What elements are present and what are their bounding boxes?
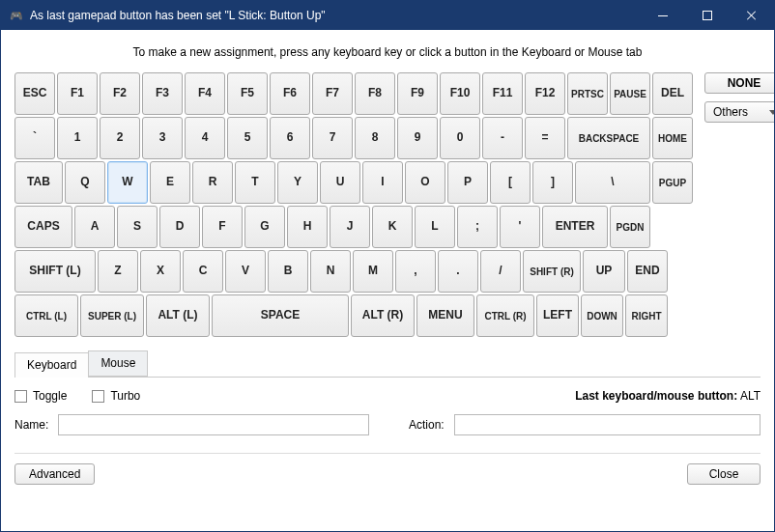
key-f8[interactable]: F8 <box>355 72 395 115</box>
key-p[interactable]: P <box>447 161 488 204</box>
key-o[interactable]: O <box>405 161 445 204</box>
key-space[interactable]: SPACE <box>212 294 349 337</box>
key-v[interactable]: V <box>225 250 266 293</box>
turbo-checkbox[interactable]: Turbo <box>92 389 140 403</box>
key-a[interactable]: A <box>74 206 115 248</box>
key-f3[interactable]: F3 <box>142 72 183 115</box>
others-dropdown[interactable]: Others <box>704 101 775 123</box>
key-h[interactable]: H <box>287 206 328 248</box>
key-down[interactable]: DOWN <box>581 294 623 337</box>
key-pgdn[interactable]: PGDN <box>610 206 650 248</box>
key-3[interactable]: 3 <box>142 117 183 159</box>
key-w[interactable]: W <box>107 161 148 204</box>
key-k[interactable]: K <box>372 206 413 248</box>
key-pgup[interactable]: PGUP <box>652 161 693 204</box>
key-esc[interactable]: ESC <box>14 72 55 115</box>
toggle-checkbox[interactable]: Toggle <box>14 389 67 403</box>
maximize-button[interactable] <box>685 1 730 30</box>
key-alt-l[interactable]: ALT (L) <box>146 294 210 337</box>
key-f1[interactable]: F1 <box>57 72 98 115</box>
key-ctrl-l[interactable]: CTRL (L) <box>14 294 78 337</box>
advanced-button[interactable]: Advanced <box>14 463 95 485</box>
key-7[interactable]: 7 <box>312 117 353 159</box>
key-[interactable]: ` <box>14 117 55 159</box>
key-[interactable]: - <box>482 117 523 159</box>
key-t[interactable]: T <box>235 161 275 204</box>
none-button[interactable]: NONE <box>704 72 775 94</box>
action-label: Action: <box>409 418 445 432</box>
key-f7[interactable]: F7 <box>312 72 353 115</box>
key-s[interactable]: S <box>117 206 158 248</box>
key-c[interactable]: C <box>183 250 223 293</box>
key-y[interactable]: Y <box>277 161 318 204</box>
close-button[interactable]: Close <box>687 463 761 485</box>
key-m[interactable]: M <box>353 250 393 293</box>
key-shift-r[interactable]: SHIFT (R) <box>523 250 581 293</box>
name-input[interactable] <box>58 414 368 435</box>
key-[interactable]: / <box>480 250 521 293</box>
minimize-button[interactable] <box>641 1 685 30</box>
key-f4[interactable]: F4 <box>185 72 225 115</box>
key-del[interactable]: DEL <box>652 72 693 115</box>
key-left[interactable]: LEFT <box>536 294 579 337</box>
tab-keyboard[interactable]: Keyboard <box>14 352 89 378</box>
close-icon <box>746 10 758 21</box>
key-menu[interactable]: MENU <box>416 294 474 337</box>
key-f11[interactable]: F11 <box>482 72 523 115</box>
key-f[interactable]: F <box>202 206 243 248</box>
key-[interactable]: ; <box>457 206 498 248</box>
key-backspace[interactable]: BACKSPACE <box>567 117 650 159</box>
key-g[interactable]: G <box>244 206 285 248</box>
key-[interactable]: . <box>438 250 478 293</box>
key-x[interactable]: X <box>140 250 181 293</box>
key-9[interactable]: 9 <box>397 117 438 159</box>
key-z[interactable]: Z <box>98 250 138 293</box>
key-[interactable]: ] <box>532 161 573 204</box>
key-f10[interactable]: F10 <box>440 72 480 115</box>
key-8[interactable]: 8 <box>355 117 395 159</box>
key-2[interactable]: 2 <box>100 117 140 159</box>
key-home[interactable]: HOME <box>652 117 693 159</box>
key-i[interactable]: I <box>362 161 403 204</box>
key-l[interactable]: L <box>415 206 455 248</box>
key-[interactable]: \ <box>575 161 650 204</box>
key-pause[interactable]: PAUSE <box>610 72 650 115</box>
key-f9[interactable]: F9 <box>397 72 438 115</box>
key-[interactable]: , <box>395 250 436 293</box>
key-f2[interactable]: F2 <box>100 72 140 115</box>
key-f5[interactable]: F5 <box>227 72 268 115</box>
action-input[interactable] <box>454 414 761 435</box>
key-up[interactable]: UP <box>583 250 625 293</box>
key-right[interactable]: RIGHT <box>625 294 668 337</box>
key-1[interactable]: 1 <box>57 117 98 159</box>
key-[interactable]: [ <box>490 161 531 204</box>
key-n[interactable]: N <box>310 250 351 293</box>
key-caps[interactable]: CAPS <box>14 206 72 248</box>
key-u[interactable]: U <box>320 161 360 204</box>
key-super-l[interactable]: SUPER (L) <box>80 294 144 337</box>
tab-mouse[interactable]: Mouse <box>88 350 148 377</box>
key-j[interactable]: J <box>330 206 370 248</box>
key-shift-l[interactable]: SHIFT (L) <box>14 250 96 293</box>
key-[interactable]: = <box>525 117 565 159</box>
key-d[interactable]: D <box>159 206 200 248</box>
others-dropdown-label: Others <box>713 105 748 119</box>
key-[interactable]: ' <box>500 206 540 248</box>
key-r[interactable]: R <box>192 161 233 204</box>
key-tab[interactable]: TAB <box>14 161 63 204</box>
key-alt-r[interactable]: ALT (R) <box>351 294 415 337</box>
key-q[interactable]: Q <box>65 161 105 204</box>
key-enter[interactable]: ENTER <box>542 206 608 248</box>
key-6[interactable]: 6 <box>270 117 310 159</box>
key-0[interactable]: 0 <box>440 117 480 159</box>
close-window-button[interactable] <box>730 1 774 30</box>
key-end[interactable]: END <box>627 250 668 293</box>
key-e[interactable]: E <box>150 161 190 204</box>
key-b[interactable]: B <box>268 250 308 293</box>
key-4[interactable]: 4 <box>185 117 225 159</box>
key-ctrl-r[interactable]: CTRL (R) <box>476 294 534 337</box>
key-f6[interactable]: F6 <box>270 72 310 115</box>
key-f12[interactable]: F12 <box>525 72 565 115</box>
key-5[interactable]: 5 <box>227 117 268 159</box>
key-prtsc[interactable]: PRTSC <box>567 72 608 115</box>
